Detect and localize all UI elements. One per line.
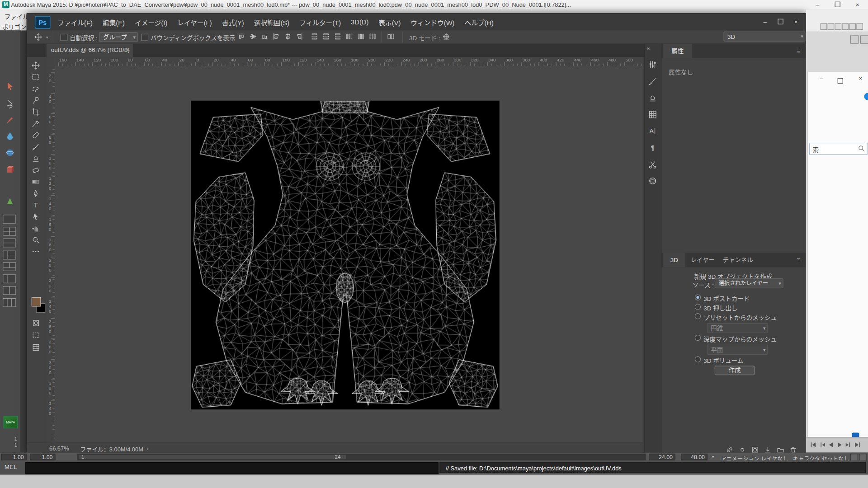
distribute-left-icon[interactable] [344, 32, 354, 42]
ps-menu-7[interactable]: 3D(D) [346, 18, 373, 26]
uv-wireframe-document[interactable] [191, 101, 499, 409]
preset-mesh-dropdown[interactable]: 平面▾ [707, 345, 768, 355]
distribute-right-icon[interactable] [368, 32, 377, 42]
ps-restore-button[interactable] [774, 17, 787, 26]
path-selection-tool-icon[interactable] [30, 211, 41, 222]
quick-selection-tool-icon[interactable] [30, 95, 41, 106]
lasso-tool-icon[interactable] [30, 84, 41, 94]
tab-3D[interactable]: 3D [663, 253, 685, 267]
type-tool-icon[interactable]: T [30, 200, 41, 210]
ps-menu-4[interactable]: 書式(Y) [217, 18, 249, 27]
ps-menu-6[interactable]: フィルター(T) [294, 18, 346, 27]
bg-window-search-box[interactable]: 索 [809, 143, 868, 155]
playback-start-field[interactable]: 1.00 [1, 454, 26, 460]
anim-start-field[interactable]: 1.00 [30, 454, 55, 460]
search-icon[interactable] [858, 145, 865, 155]
paragraph-panel-icon[interactable]: ¶ [647, 142, 658, 153]
document-tab-close-icon[interactable]: × [127, 47, 130, 53]
3d-scene-panel-icon[interactable] [647, 175, 658, 186]
distribute-hcenter-icon[interactable] [356, 32, 366, 42]
radio-3d-option-0[interactable] [695, 294, 701, 300]
crop-tool-icon[interactable] [30, 107, 41, 117]
tool-presets-panel-icon[interactable] [647, 159, 658, 169]
clone-stamp-tool-icon[interactable] [30, 153, 41, 164]
current-tool-icon[interactable] [33, 32, 43, 42]
brush-tool-icon[interactable] [30, 141, 41, 152]
go-to-start-icon[interactable] [809, 441, 818, 450]
maya-statusline-icon[interactable] [856, 23, 863, 30]
lasso-select-tool-icon[interactable] [4, 98, 16, 110]
tab-レイヤー[interactable]: レイヤー [686, 253, 718, 267]
canvas-area[interactable] [55, 66, 642, 443]
quick-mask-icon[interactable] [31, 318, 41, 328]
clone-source-panel-icon[interactable] [647, 92, 658, 103]
align-vcenter-icon[interactable] [248, 32, 258, 42]
ruler-origin-corner[interactable] [46, 57, 56, 66]
zoom-tool-icon[interactable] [30, 235, 41, 245]
layout-button-three-left[interactable] [2, 250, 17, 260]
hand-tool-icon[interactable] [30, 223, 41, 233]
auto-select-checkbox[interactable] [60, 34, 67, 41]
distribute-vcenter-icon[interactable] [321, 32, 331, 42]
ps-menu-0[interactable]: ファイル(F) [52, 18, 98, 27]
maya-statusline-icon[interactable] [849, 23, 856, 30]
playback-end-field[interactable]: 48.00 [681, 454, 708, 460]
source-dropdown[interactable]: 選択されたレイヤー▾ [715, 278, 783, 288]
layout-button-four[interactable] [2, 226, 17, 236]
healing-brush-tool-icon[interactable] [30, 130, 41, 141]
eraser-tool-icon[interactable] [30, 165, 41, 175]
3d-panel-menu-icon[interactable]: ≡ [797, 256, 801, 264]
expand-panels-icon[interactable]: « [646, 45, 650, 51]
ps-minimize-button[interactable]: – [759, 17, 771, 26]
maya-close-button[interactable]: × [851, 0, 863, 9]
radio-3d-option-2[interactable] [695, 313, 701, 319]
radio-3d-option-4[interactable] [695, 357, 701, 362]
rotate-tool-icon[interactable] [4, 146, 16, 159]
properties-panel-menu-icon[interactable]: ≡ [797, 47, 801, 55]
radio-3d-option-3[interactable] [695, 335, 701, 341]
3d-zoom-icon[interactable] [441, 32, 451, 42]
auto-align-icon[interactable] [386, 32, 396, 42]
vertical-ruler[interactable]: 2040608010012014016018020022024026028030… [46, 66, 56, 443]
workspace-switcher-dropdown[interactable]: 3D▾ [723, 32, 805, 42]
layout-button-triple[interactable] [2, 297, 17, 307]
ps-menu-5[interactable]: 選択範囲(S) [249, 18, 294, 27]
document-tab[interactable]: outUV.dds @ 66.7% (RGB/8) × [47, 44, 133, 57]
ps-close-button[interactable]: × [790, 17, 802, 26]
align-hcenter-icon[interactable] [283, 32, 293, 42]
align-left-icon[interactable] [271, 32, 281, 42]
ps-menu-10[interactable]: ヘルプ(H) [460, 18, 499, 27]
play-backwards-icon[interactable] [827, 441, 836, 450]
command-result-field[interactable]: // Saved file: D:\Documents\maya\project… [439, 462, 866, 473]
create-button[interactable]: 作成 [715, 366, 755, 375]
extra-tool-icon[interactable] [31, 343, 41, 352]
distribute-bottom-icon[interactable] [333, 32, 343, 42]
bg-window-minimize-button[interactable]: – [820, 75, 823, 81]
edit-toolbar-icon[interactable] [30, 246, 41, 257]
brush-settings-panel-icon[interactable] [647, 59, 658, 70]
radio-3d-option-1[interactable] [695, 304, 701, 310]
bg-window-restore-button[interactable] [838, 76, 843, 86]
layout-button-two-v[interactable] [2, 286, 17, 296]
distribute-top-icon[interactable] [309, 32, 319, 42]
layout-button-three-bottom[interactable] [2, 262, 17, 272]
align-top-icon[interactable] [236, 32, 246, 42]
statusline-extra-icon[interactable] [850, 35, 859, 43]
maya-swatch-icon[interactable]: MAYA [3, 416, 18, 428]
maya-menu-file[interactable]: ファイル [5, 12, 29, 21]
ps-menu-1[interactable]: 編集(E) [98, 18, 130, 27]
preset-mesh-dropdown[interactable]: 円錐▾ [707, 323, 768, 333]
brush-presets-panel-icon[interactable] [647, 76, 658, 87]
tab-チャンネル[interactable]: チャンネル [720, 253, 756, 267]
play-forwards-icon[interactable] [836, 441, 845, 450]
uv-wireframe-image[interactable] [191, 101, 499, 409]
layout-button-two-h[interactable] [2, 238, 17, 248]
ps-menu-9[interactable]: ウィンドウ(W) [406, 18, 459, 27]
paint-selection-tool-icon[interactable] [4, 114, 16, 127]
maya-statusline-icon[interactable] [821, 23, 827, 30]
select-tool-icon[interactable] [4, 80, 16, 93]
move-tool-icon[interactable] [30, 60, 41, 70]
statusline-extra-icon[interactable] [860, 35, 868, 43]
bg-window-close-button[interactable]: × [859, 75, 862, 81]
last-tool-icon[interactable] [4, 195, 16, 207]
